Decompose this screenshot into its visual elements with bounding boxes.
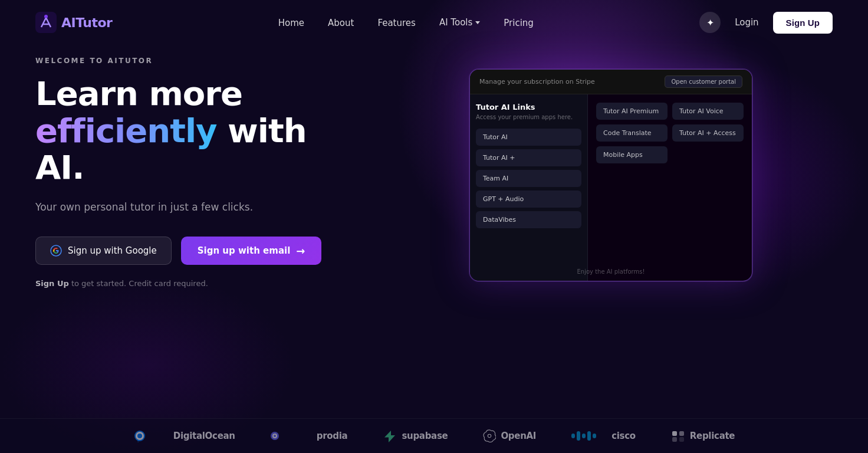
- signup-note-prefix: Sign Up: [35, 279, 69, 288]
- supabase-label: supabase: [402, 431, 448, 441]
- svg-point-9: [488, 434, 492, 438]
- svg-rect-18: [679, 437, 684, 442]
- email-signup-button[interactable]: Sign up with email →: [181, 237, 322, 265]
- nav-right: ✦ Login Sign Up: [699, 12, 833, 34]
- svg-rect-14: [593, 434, 596, 438]
- app-link-item[interactable]: GPT + Audio: [476, 191, 581, 208]
- sun-icon: ✦: [706, 17, 714, 28]
- nav-item-ai-tools[interactable]: AI Tools: [439, 17, 480, 28]
- app-sidebar-title: Tutor AI Links: [476, 103, 581, 111]
- app-link-item[interactable]: DataVibes: [476, 211, 581, 228]
- svg-rect-13: [587, 431, 591, 441]
- hero-title-prefix: Learn more: [35, 74, 242, 113]
- svg-rect-16: [679, 431, 684, 436]
- replicate-icon: [671, 429, 685, 442]
- welcome-badge: WELCOME TO AITUTOR: [35, 57, 366, 65]
- supabase-icon: [383, 429, 397, 442]
- logo-text: AITutor: [61, 15, 112, 30]
- arrow-right-icon: →: [296, 245, 305, 257]
- logo-link[interactable]: AITutor: [35, 12, 112, 33]
- theme-toggle-button[interactable]: ✦: [699, 12, 721, 33]
- signup-note: Sign Up to get started. Credit card requ…: [35, 279, 366, 288]
- hero-subtitle: Your own personal tutor in just a few cl…: [35, 199, 366, 215]
- svg-rect-10: [571, 434, 575, 438]
- app-link-item[interactable]: Team AI: [476, 170, 581, 187]
- login-link[interactable]: Login: [735, 17, 758, 28]
- cisco-icon: [571, 429, 607, 442]
- app-screenshot: Manage your subscription on Stripe Open …: [469, 69, 752, 281]
- hero-left: WELCOME TO AITUTOR Learn more efficientl…: [35, 57, 366, 288]
- prodia-icon: [271, 429, 312, 442]
- app-topbar: Manage your subscription on Stripe Open …: [470, 70, 752, 94]
- svg-rect-5: [137, 442, 139, 443]
- app-sidebar: Tutor AI Links Access your premium apps …: [470, 94, 588, 281]
- replicate-label: Replicate: [690, 431, 735, 441]
- app-main-grid: Tutor AI Premium Tutor AI Voice Code Tra…: [588, 94, 752, 281]
- nav-item-pricing[interactable]: Pricing: [504, 18, 534, 28]
- app-grid-item[interactable]: Mobile Apps: [596, 146, 668, 163]
- app-grid-item[interactable]: Tutor AI Premium: [596, 103, 668, 120]
- hero-title: Learn more efficiently with AI.: [35, 76, 366, 186]
- app-footer-note: Enjoy the AI platforms!: [470, 268, 752, 275]
- screenshot-content: Manage your subscription on Stripe Open …: [470, 70, 752, 281]
- prodia-label: prodia: [317, 431, 348, 441]
- digitalocean-label: DigitalOcean: [173, 431, 235, 441]
- logo-prodia: prodia: [271, 429, 348, 442]
- logo-prefix: AI: [61, 15, 75, 30]
- svg-point-1: [44, 15, 48, 18]
- app-grid-item[interactable]: Tutor AI + Access: [672, 124, 744, 142]
- signup-nav-button[interactable]: Sign Up: [773, 12, 833, 34]
- app-grid-item[interactable]: Tutor AI Voice: [672, 103, 744, 120]
- app-topbar-text: Manage your subscription on Stripe: [479, 78, 595, 86]
- nav-item-home[interactable]: Home: [278, 18, 304, 28]
- svg-rect-4: [137, 440, 140, 441]
- signup-note-suffix: to get started. Credit card required.: [69, 279, 208, 288]
- svg-rect-11: [577, 431, 580, 441]
- logo-openai: OpenAI: [483, 429, 536, 442]
- google-signup-label: Sign up with Google: [68, 245, 157, 256]
- svg-rect-12: [582, 434, 586, 438]
- nav-item-features[interactable]: Features: [377, 18, 416, 28]
- email-signup-label: Sign up with email: [198, 245, 291, 256]
- chevron-down-icon: [475, 21, 480, 24]
- svg-rect-17: [672, 437, 677, 442]
- hero-right: Manage your subscription on Stripe Open …: [389, 63, 833, 281]
- app-body: Tutor AI Links Access your premium apps …: [470, 94, 752, 281]
- openai-label: OpenAI: [501, 431, 536, 441]
- logo-cisco: cisco: [571, 429, 636, 442]
- app-grid-item[interactable]: Code Translate: [596, 124, 668, 142]
- google-signup-button[interactable]: Sign up with Google: [35, 237, 172, 265]
- logo-icon: [35, 12, 57, 33]
- cisco-label: cisco: [611, 431, 636, 441]
- svg-point-8: [274, 435, 276, 437]
- google-icon: [50, 245, 62, 257]
- logo-replicate: Replicate: [671, 429, 735, 442]
- app-link-item[interactable]: Tutor AI: [476, 129, 581, 146]
- nav-links: Home About Features AI Tools Pricing: [278, 17, 534, 28]
- app-sidebar-subtitle: Access your premium apps here.: [476, 114, 581, 120]
- hero-title-highlight: efficiently: [35, 111, 217, 150]
- navbar: AITutor Home About Features AI Tools Pri…: [0, 0, 868, 45]
- app-link-item[interactable]: Tutor AI +: [476, 149, 581, 166]
- digitalocean-icon: [133, 429, 169, 442]
- openai-icon: [483, 429, 496, 442]
- cta-buttons: Sign up with Google Sign up with email →: [35, 237, 366, 265]
- nav-item-about[interactable]: About: [328, 18, 354, 28]
- svg-rect-15: [672, 431, 677, 436]
- logos-section: DigitalOcean prodia supabase OpenAI: [0, 418, 868, 453]
- app-portal-button[interactable]: Open customer portal: [665, 76, 742, 88]
- logo-digitalocean: DigitalOcean: [133, 429, 235, 442]
- logo-suffix: Tutor: [75, 15, 112, 30]
- hero-section: WELCOME TO AITUTOR Learn more efficientl…: [0, 45, 868, 288]
- logo-supabase: supabase: [383, 429, 448, 442]
